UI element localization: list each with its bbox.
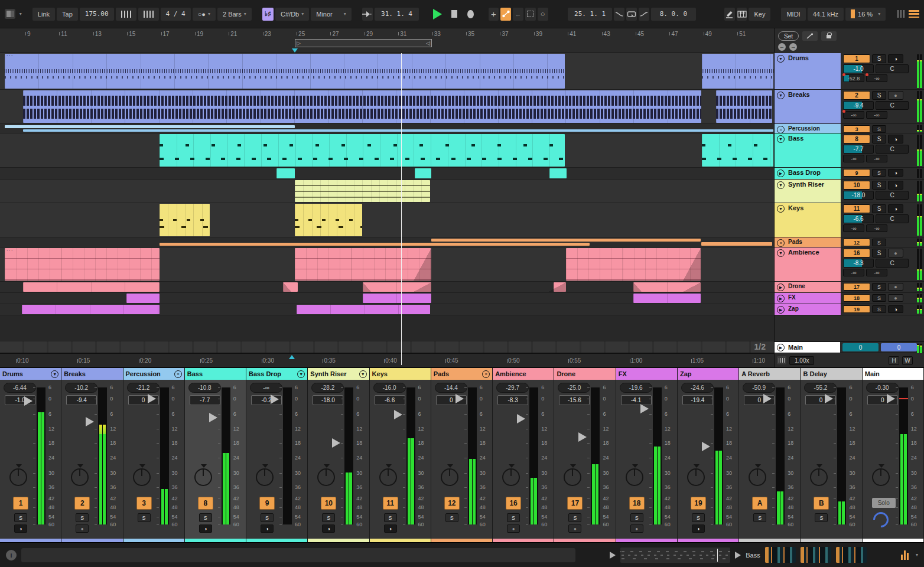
arm-button[interactable]: ◑: [888, 169, 903, 177]
arm-button[interactable]: ◑: [692, 524, 705, 533]
send-box[interactable]: -52.8: [843, 74, 864, 82]
volume-fader-handle[interactable]: [148, 394, 156, 403]
solo-button[interactable]: S: [815, 513, 828, 522]
solo-button[interactable]: S: [872, 135, 886, 144]
track-number-box[interactable]: 2: [74, 497, 90, 510]
send-box[interactable]: -∞: [866, 111, 887, 119]
play-button[interactable]: [433, 9, 442, 19]
send-box[interactable]: -∞: [843, 269, 864, 276]
clip-drone[interactable]: [23, 282, 160, 292]
volume-fader-handle[interactable]: [24, 396, 32, 406]
arrangement-overview[interactable]: 1/2: [0, 341, 774, 353]
time-signature-field[interactable]: 4 / 4: [161, 8, 191, 21]
track-number-box[interactable]: 16: [843, 249, 870, 258]
track-number-box[interactable]: 3: [843, 125, 870, 133]
track-header-ambience[interactable]: ▼Ambience16S●-8.3C-∞-∞: [775, 247, 924, 282]
arm-button[interactable]: ◑: [14, 524, 27, 533]
solo-button[interactable]: S: [507, 513, 520, 522]
pan-box[interactable]: C: [876, 101, 909, 110]
pan-knob[interactable]: [317, 468, 335, 486]
send-box[interactable]: -∞: [866, 224, 887, 232]
clip-bass-drop[interactable]: [549, 168, 567, 178]
tempo-field[interactable]: 175.00: [80, 8, 114, 21]
solo-button[interactable]: S: [872, 91, 886, 100]
send-box[interactable]: -∞: [843, 111, 864, 119]
metronome-count-in-icon[interactable]: [116, 8, 136, 21]
volume-fader-handle[interactable]: [825, 394, 833, 403]
info-icon[interactable]: i: [6, 550, 17, 561]
arm-button[interactable]: ●: [888, 294, 903, 302]
solo-button[interactable]: S: [322, 513, 335, 522]
volume-field[interactable]: -18.0: [313, 395, 343, 405]
track-number-box[interactable]: 12: [843, 239, 870, 246]
solo-button[interactable]: S: [630, 513, 643, 522]
pan-knob[interactable]: [626, 468, 643, 486]
track-expand-icon[interactable]: ≡: [777, 239, 785, 247]
clip-pads[interactable]: [701, 242, 773, 246]
track-number-box[interactable]: 9: [843, 169, 870, 177]
arm-button[interactable]: ●: [630, 524, 643, 533]
track-header-bass-drop[interactable]: ▶Bass Drop9S◑: [775, 168, 924, 180]
capture-midi-icon[interactable]: ○: [538, 8, 548, 21]
pan-knob[interactable]: [379, 468, 397, 486]
arm-button[interactable]: ●: [76, 524, 89, 533]
strip-expand-icon[interactable]: ≡: [174, 370, 182, 378]
mixer-strip-header[interactable]: Main: [863, 368, 923, 380]
send-box[interactable]: -∞: [843, 224, 864, 232]
volume-field[interactable]: -7.7: [190, 395, 220, 405]
chain-preview-play-icon[interactable]: [735, 552, 741, 559]
solo-button[interactable]: S: [14, 513, 27, 522]
peak-level-display[interactable]: -16.0: [373, 383, 406, 393]
peak-level-display[interactable]: -25.0: [558, 383, 590, 393]
clip-ambience[interactable]: [295, 248, 431, 281]
peak-level-display[interactable]: -50.9: [743, 383, 775, 393]
arm-button[interactable]: ◑: [888, 181, 903, 190]
track-header-breaks[interactable]: ▼Breaks2S●-9.4C-∞-∞: [775, 90, 924, 124]
midi-map-button[interactable]: MIDI: [781, 8, 805, 21]
main-pan-box[interactable]: 0: [881, 343, 917, 351]
volume-fader-handle[interactable]: [394, 410, 402, 419]
peak-level-display[interactable]: -10.8: [188, 383, 221, 393]
volume-fader-handle[interactable]: [271, 395, 279, 404]
solo-button[interactable]: S: [872, 181, 886, 190]
solo-button[interactable]: S: [445, 513, 458, 522]
draw-mode-icon[interactable]: [724, 8, 735, 21]
main-volume-box[interactable]: 0: [842, 343, 879, 351]
pan-knob[interactable]: [502, 468, 520, 486]
audition-icon[interactable]: [777, 356, 786, 364]
track-header-drone[interactable]: ▶Drone17S●: [775, 282, 924, 293]
device-thumbnail[interactable]: [836, 547, 867, 563]
peak-level-display[interactable]: -∞: [250, 383, 282, 393]
lock-icon[interactable]: [821, 31, 837, 41]
playback-speed-box[interactable]: 1.00x: [789, 356, 814, 365]
volume-field[interactable]: -19.4: [682, 395, 713, 405]
track-number-box[interactable]: 8: [198, 497, 213, 510]
volume-box[interactable]: -8.3: [843, 259, 874, 268]
track-expand-icon[interactable]: ▼: [777, 92, 785, 99]
arm-button[interactable]: ◑: [888, 135, 903, 144]
arm-button[interactable]: ◑: [888, 54, 903, 63]
device-thumbnail[interactable]: [801, 547, 831, 563]
clip-zap[interactable]: [22, 305, 160, 314]
clip-drone[interactable]: [363, 282, 431, 292]
track-width-button[interactable]: W: [902, 356, 913, 365]
volume-field[interactable]: -15.6: [559, 395, 590, 405]
peak-level-display[interactable]: -19.6: [620, 383, 652, 393]
scale-mode-button[interactable]: ♭♯: [262, 8, 274, 21]
volume-fader-handle[interactable]: [887, 394, 895, 403]
time-ruler[interactable]: 0:100:150:200:250:300:350:400:450:500:55…: [0, 353, 774, 367]
beat-time-ruler[interactable]: ▷◁ 9111315171921232527293133353739414345…: [0, 28, 774, 53]
solo-button[interactable]: S: [692, 513, 705, 522]
track-number-box[interactable]: 1: [843, 54, 870, 63]
solo-button[interactable]: S: [872, 283, 886, 291]
forward-arrow-button[interactable]: →: [789, 43, 797, 51]
clip-keys[interactable]: [160, 204, 210, 236]
clip-pads[interactable]: [160, 243, 590, 246]
track-expand-icon[interactable]: ▶: [777, 170, 785, 177]
pan-knob[interactable]: [256, 468, 274, 486]
solo-button[interactable]: S: [753, 513, 766, 522]
solo-button[interactable]: S: [199, 513, 212, 522]
mixer-strip-header[interactable]: Keys: [370, 368, 431, 380]
volume-box[interactable]: -9.4: [843, 101, 874, 110]
volume-fader-handle[interactable]: [640, 404, 649, 413]
